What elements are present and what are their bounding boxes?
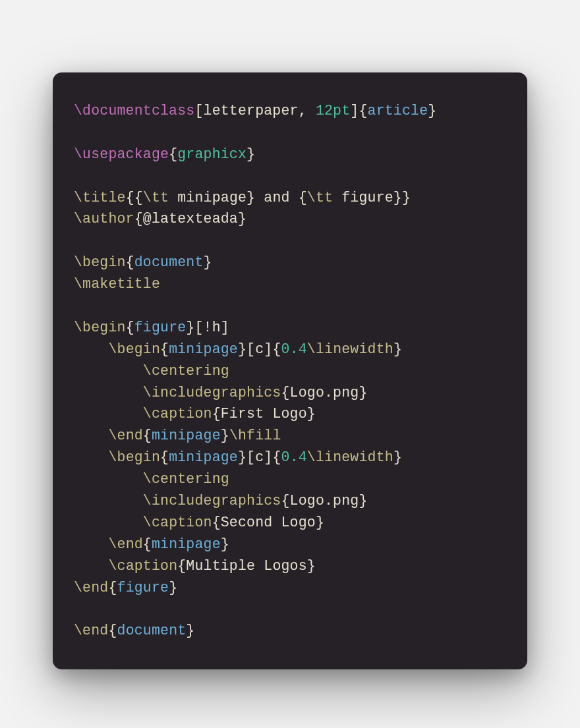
indent — [74, 558, 108, 574]
cmd-begin: \begin — [108, 341, 160, 357]
punc: } — [221, 428, 229, 443]
space — [333, 190, 341, 206]
punc: { — [160, 341, 169, 357]
punc: [ — [194, 103, 203, 119]
cmd-caption: \caption — [143, 515, 212, 530]
punc: ]{ — [350, 103, 367, 119]
indent — [74, 449, 108, 465]
env-minipage: minipage — [152, 536, 221, 552]
punc: ] — [221, 320, 229, 335]
punc: } — [393, 449, 402, 465]
code-card: \documentclass[letterpaper, 12pt]{articl… — [53, 72, 527, 669]
cmd-centering: \centering — [143, 363, 229, 379]
punc: }[ — [238, 341, 255, 357]
opt-12pt: 12pt — [316, 103, 350, 119]
punc: { — [169, 146, 177, 162]
punc: { — [143, 428, 152, 443]
cmd-author: \author — [74, 211, 134, 227]
caption-text: First Logo — [221, 406, 307, 422]
pkg-graphicx: graphicx — [177, 146, 246, 162]
punc: { — [126, 254, 134, 270]
num: 0.4 — [281, 449, 307, 465]
punc: { — [126, 320, 134, 335]
punc: } — [307, 558, 316, 574]
cmd-begin: \begin — [108, 449, 160, 465]
punc: { — [108, 623, 117, 638]
punc: } — [221, 536, 229, 552]
cmd-caption: \caption — [108, 558, 177, 574]
cmd-includegraphics: \includegraphics — [143, 493, 281, 509]
cmd-end: \end — [108, 536, 142, 552]
punc: { — [108, 580, 117, 596]
punc: , — [299, 103, 316, 119]
punc: } — [316, 515, 324, 530]
cmd-includegraphics: \includegraphics — [143, 385, 281, 401]
indent — [74, 493, 143, 509]
cmd-begin: \begin — [74, 254, 126, 270]
env-document: document — [134, 254, 204, 270]
cmd-hfill: \hfill — [229, 428, 281, 443]
punc: { — [143, 536, 152, 552]
env-document: document — [117, 623, 187, 638]
class-article: article — [368, 103, 428, 119]
punc: } — [307, 406, 316, 422]
punc: { — [134, 211, 143, 227]
env-figure: figure — [117, 580, 169, 596]
indent — [74, 515, 143, 530]
env-minipage: minipage — [169, 449, 238, 465]
punc: { — [212, 515, 221, 530]
author-value: @latexteada — [143, 211, 238, 227]
title-arg-2: figure — [341, 190, 393, 206]
punc: { — [160, 449, 169, 465]
page-background: \documentclass[letterpaper, 12pt]{articl… — [0, 0, 580, 728]
cmd-tt: \tt — [143, 190, 169, 206]
punc: { — [281, 385, 289, 401]
space — [169, 190, 177, 206]
cmd-linewidth: \linewidth — [307, 449, 393, 465]
cmd-end: \end — [108, 428, 142, 443]
opt-letterpaper: letterpaper — [204, 103, 299, 119]
cmd-caption: \caption — [143, 406, 212, 422]
title-arg-1: minipage — [177, 190, 246, 206]
num: 0.4 — [281, 341, 307, 357]
cmd-maketitle: \maketitle — [74, 276, 160, 292]
minipage-align: c — [255, 449, 264, 465]
punc: } — [393, 341, 402, 357]
cmd-end: \end — [74, 623, 108, 638]
punc: } — [238, 211, 246, 227]
punc: }} — [393, 190, 411, 206]
punc: ]{ — [264, 449, 281, 465]
indent — [74, 428, 108, 443]
punc: } and { — [246, 190, 307, 206]
cmd-title: \title — [74, 190, 126, 206]
env-figure: figure — [134, 320, 187, 335]
punc: } — [246, 146, 255, 162]
cmd-begin: \begin — [74, 320, 126, 335]
env-minipage: minipage — [152, 428, 221, 443]
cmd-end: \end — [74, 580, 108, 596]
indent — [74, 471, 143, 487]
figure-placement: !h — [204, 320, 221, 335]
punc: { — [281, 493, 289, 509]
punc: {{ — [126, 190, 143, 206]
punc: }[ — [186, 320, 203, 335]
indent — [74, 363, 143, 379]
punc: }[ — [238, 449, 255, 465]
cmd-tt: \tt — [307, 190, 333, 206]
graphic-file: Logo.png — [290, 385, 359, 401]
punc: } — [186, 623, 194, 638]
punc: { — [177, 558, 186, 574]
punc: } — [428, 103, 436, 119]
minipage-align: c — [255, 341, 264, 357]
cmd-documentclass: \documentclass — [74, 103, 194, 119]
punc: } — [359, 493, 367, 509]
latex-code-block: \documentclass[letterpaper, 12pt]{articl… — [74, 100, 506, 642]
env-minipage: minipage — [169, 341, 238, 357]
punc: ]{ — [264, 341, 281, 357]
graphic-file: Logo.png — [290, 493, 359, 509]
punc: } — [359, 385, 367, 401]
punc: { — [212, 406, 221, 422]
indent — [74, 385, 143, 401]
cmd-linewidth: \linewidth — [307, 341, 393, 357]
punc: } — [204, 254, 212, 270]
